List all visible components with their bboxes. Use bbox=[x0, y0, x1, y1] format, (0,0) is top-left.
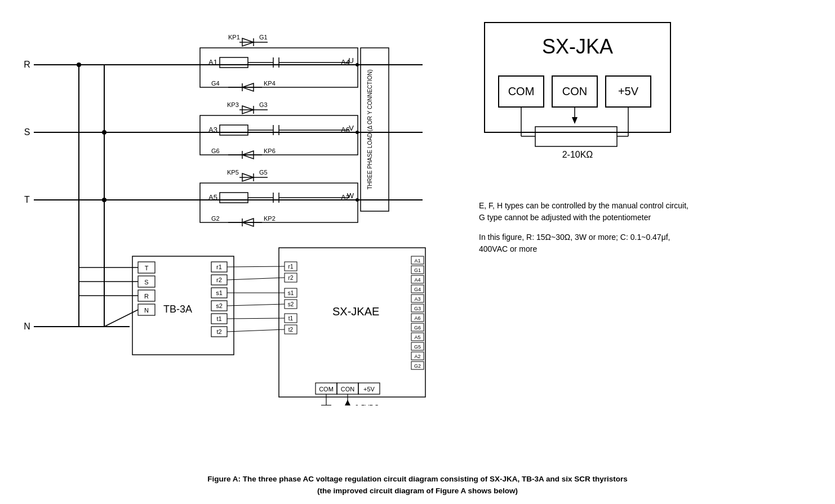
svg-rect-11 bbox=[220, 57, 248, 68]
com-label: COM bbox=[508, 85, 535, 97]
svg-text:A4: A4 bbox=[414, 277, 420, 283]
svg-text:KP2: KP2 bbox=[264, 215, 276, 222]
svg-text:CON: CON bbox=[341, 386, 355, 393]
svg-text:t1: t1 bbox=[288, 315, 294, 322]
right-panel: SX-JKA COM CON +5V bbox=[445, 11, 818, 469]
description-text: E, F, H types can be controlled by the m… bbox=[479, 200, 693, 263]
svg-text:G2: G2 bbox=[211, 215, 220, 222]
svg-text:G4: G4 bbox=[211, 80, 220, 87]
svg-text:A5: A5 bbox=[208, 193, 217, 202]
svg-text:A3: A3 bbox=[414, 296, 420, 302]
svg-point-74 bbox=[356, 131, 359, 134]
svg-marker-153 bbox=[345, 400, 350, 405]
svg-text:s2: s2 bbox=[288, 301, 294, 307]
svg-text:R: R bbox=[144, 293, 149, 300]
svg-text:SX-JKA: SX-JKA bbox=[542, 35, 613, 58]
phase-n-label: N bbox=[24, 322, 30, 331]
svg-text:s1: s1 bbox=[288, 290, 294, 296]
description2: In this figure, R: 15Ω~30Ω, 3W or more; … bbox=[479, 231, 693, 255]
svg-text:SX-JKAE: SX-JKAE bbox=[332, 305, 379, 318]
description1: E, F, H types can be controlled by the m… bbox=[479, 200, 693, 224]
svg-line-139 bbox=[227, 304, 285, 306]
svg-text:G4: G4 bbox=[414, 287, 421, 292]
svg-point-75 bbox=[356, 198, 359, 202]
con-label: CON bbox=[562, 85, 587, 97]
svg-text:TB-3A: TB-3A bbox=[163, 304, 192, 315]
svg-text:G6: G6 bbox=[414, 325, 421, 331]
load-label: THREE PHASE LOAD (Δ OR Y CONNECTION) bbox=[367, 69, 373, 189]
main-container: R S T N A1 bbox=[0, 0, 835, 504]
svg-text:COM: COM bbox=[319, 386, 334, 393]
svg-text:t1: t1 bbox=[216, 315, 221, 322]
svg-text:t2: t2 bbox=[216, 328, 221, 335]
pot-label: 2-10KΩ bbox=[562, 150, 593, 159]
svg-point-73 bbox=[356, 63, 359, 66]
phase-t-label: T bbox=[24, 195, 30, 204]
plus5v-label: +5V bbox=[618, 85, 639, 97]
svg-text:G6: G6 bbox=[211, 148, 220, 154]
svg-line-158 bbox=[104, 310, 138, 327]
phase-s-label: S bbox=[24, 127, 30, 137]
svg-text:G1: G1 bbox=[259, 34, 268, 41]
svg-text:KP4: KP4 bbox=[264, 80, 276, 87]
svg-text:s2: s2 bbox=[216, 302, 223, 309]
svg-text:V: V bbox=[349, 124, 354, 132]
svg-point-6 bbox=[77, 63, 81, 67]
svg-text:G5: G5 bbox=[414, 344, 421, 350]
svg-line-137 bbox=[227, 278, 285, 280]
svg-text:W: W bbox=[347, 191, 354, 200]
svg-text:KP1: KP1 bbox=[228, 34, 240, 41]
svg-text:r1: r1 bbox=[288, 264, 294, 270]
svg-text:A5: A5 bbox=[414, 334, 420, 340]
svg-text:N: N bbox=[144, 307, 149, 314]
svg-text:S: S bbox=[144, 279, 148, 286]
svg-text:r2: r2 bbox=[288, 275, 294, 281]
caption-line1: Figure A: The three phase AC voltage reg… bbox=[0, 473, 835, 485]
svg-text:G5: G5 bbox=[259, 169, 268, 176]
svg-rect-30 bbox=[220, 125, 248, 135]
svg-rect-66 bbox=[361, 48, 389, 211]
svg-text:G2: G2 bbox=[414, 363, 421, 369]
svg-text:KP6: KP6 bbox=[264, 148, 276, 154]
svg-text:KP3: KP3 bbox=[227, 101, 239, 108]
svg-rect-49 bbox=[220, 193, 248, 203]
svg-text:KP5: KP5 bbox=[227, 169, 239, 176]
svg-text:A3: A3 bbox=[208, 126, 217, 134]
svg-text:G3: G3 bbox=[259, 101, 268, 108]
caption-line2: (the improved circuit diagram of Figure … bbox=[0, 485, 835, 497]
svg-rect-98 bbox=[279, 248, 425, 397]
svg-text:A6: A6 bbox=[414, 315, 420, 321]
svg-text:T: T bbox=[145, 265, 149, 271]
svg-text:A1: A1 bbox=[208, 58, 217, 66]
svg-text:r2: r2 bbox=[216, 276, 222, 283]
svg-text:0-5VDC: 0-5VDC bbox=[355, 404, 379, 405]
caption-area: Figure A: The three phase AC voltage reg… bbox=[0, 469, 835, 504]
svg-text:U: U bbox=[349, 56, 354, 65]
svg-line-140 bbox=[227, 318, 285, 319]
schematic-panel: R S T N A1 bbox=[17, 11, 445, 469]
svg-text:G3: G3 bbox=[414, 306, 421, 311]
phase-r-label: R bbox=[24, 60, 30, 69]
svg-text:r1: r1 bbox=[216, 264, 222, 270]
svg-marker-165 bbox=[572, 117, 578, 124]
svg-text:s1: s1 bbox=[216, 289, 223, 296]
svg-text:G1: G1 bbox=[414, 267, 421, 273]
sx-jka-diagram: SX-JKA COM CON +5V bbox=[479, 17, 682, 191]
svg-rect-166 bbox=[535, 127, 617, 146]
svg-text:t2: t2 bbox=[288, 327, 294, 333]
svg-line-136 bbox=[227, 266, 285, 267]
svg-text:A1: A1 bbox=[414, 258, 420, 264]
diagram-area: R S T N A1 bbox=[0, 0, 835, 469]
svg-line-141 bbox=[227, 329, 285, 332]
svg-text:+5V: +5V bbox=[363, 386, 375, 393]
svg-text:A2: A2 bbox=[414, 354, 420, 359]
